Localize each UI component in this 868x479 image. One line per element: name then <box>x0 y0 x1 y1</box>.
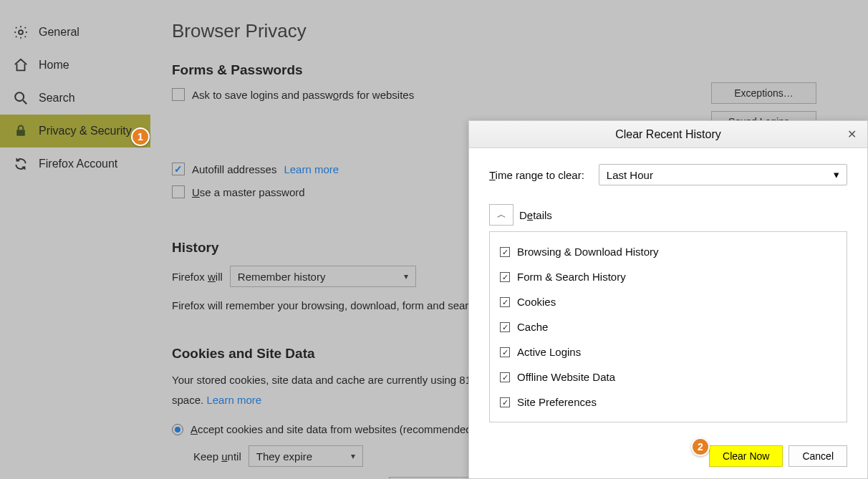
cookies-learn-more-link[interactable]: Learn more <box>206 394 261 406</box>
accept-cookies-label: Accept cookies and site data from websit… <box>191 423 472 435</box>
details-item-cache[interactable]: Cache <box>500 314 836 339</box>
sidebar-item-general[interactable]: General <box>0 16 150 49</box>
checkbox-offline-website-data[interactable] <box>500 372 510 382</box>
sidebar-item-label: Search <box>39 92 75 105</box>
history-mode-select[interactable]: Remember history <box>230 266 416 287</box>
details-list: Browsing & Download History Form & Searc… <box>489 231 847 422</box>
section-forms-passwords-heading: Forms & Passwords <box>172 62 868 78</box>
sidebar-item-label: General <box>39 26 79 39</box>
svg-rect-3 <box>16 130 25 135</box>
details-item-form-search[interactable]: Form & Search History <box>500 264 836 289</box>
cancel-button[interactable]: Cancel <box>789 445 847 467</box>
dialog-header: Clear Recent History ✕ <box>469 121 867 148</box>
sidebar-item-privacy-security[interactable]: Privacy & Security <box>0 115 150 147</box>
svg-point-1 <box>15 92 24 101</box>
checkbox-form-search[interactable] <box>500 272 510 282</box>
checkbox-autofill-addresses[interactable] <box>172 163 185 175</box>
checkbox-cookies[interactable] <box>500 297 510 307</box>
sidebar-item-label: Home <box>39 59 69 72</box>
lock-icon <box>13 123 29 139</box>
checkbox-ask-save-logins[interactable] <box>172 88 185 101</box>
details-item-active-logins[interactable]: Active Logins <box>500 339 836 364</box>
details-item-offline-website-data[interactable]: Offline Website Data <box>500 364 836 390</box>
details-item-browsing-download[interactable]: Browsing & Download History <box>500 239 836 264</box>
history-firefox-will-label: Firefox will <box>172 271 223 283</box>
checkbox-active-logins[interactable] <box>500 347 510 357</box>
keep-until-label: Keep until <box>193 450 241 463</box>
checkbox-site-preferences[interactable] <box>500 397 510 407</box>
radio-accept-cookies[interactable] <box>172 424 183 435</box>
close-icon[interactable]: ✕ <box>844 127 859 141</box>
clear-history-dialog: Clear Recent History ✕ Time range to cle… <box>468 120 868 479</box>
gear-icon <box>13 24 29 40</box>
dialog-title: Clear Recent History <box>615 128 721 141</box>
details-toggle[interactable]: ︿ <box>489 204 513 226</box>
time-range-select[interactable]: Last Hour ▾ <box>599 164 847 185</box>
autofill-addresses-label: Autofill addresses <box>192 163 276 175</box>
svg-point-0 <box>19 30 23 34</box>
sidebar: General Home Search Privacy & Security F… <box>0 0 150 479</box>
ask-save-logins-label: Ask to save logins and passwords for web… <box>192 89 414 101</box>
sidebar-item-label: Privacy & Security <box>39 125 132 137</box>
details-item-site-preferences[interactable]: Site Preferences <box>500 390 836 415</box>
time-range-label: Time range to clear: <box>489 169 584 181</box>
keep-until-select[interactable]: They expire <box>249 445 363 467</box>
sidebar-item-search[interactable]: Search <box>0 82 150 115</box>
clear-now-button[interactable]: Clear Now <box>709 445 783 467</box>
annotation-dot-2: 2 <box>691 437 710 456</box>
sync-icon <box>13 156 29 172</box>
home-icon <box>13 57 29 73</box>
chevron-down-icon: ▾ <box>834 168 839 181</box>
checkbox-master-password[interactable] <box>172 185 185 198</box>
details-item-cookies[interactable]: Cookies <box>500 289 836 314</box>
sidebar-item-label: Firefox Account <box>39 158 117 170</box>
search-icon <box>13 90 29 106</box>
autofill-learn-more-link[interactable]: Learn more <box>284 163 339 175</box>
chevron-up-icon: ︿ <box>497 208 506 221</box>
annotation-dot-1: 1 <box>131 127 150 146</box>
checkbox-cache[interactable] <box>500 322 510 332</box>
exceptions-button[interactable]: Exceptions… <box>711 82 816 104</box>
details-label: Details <box>519 209 552 221</box>
master-password-label: Use a master password <box>192 186 305 198</box>
sidebar-item-firefox-account[interactable]: Firefox Account <box>0 147 150 180</box>
svg-line-2 <box>23 100 26 104</box>
sidebar-item-home[interactable]: Home <box>0 49 150 82</box>
checkbox-browsing-download[interactable] <box>500 247 510 257</box>
page-title: Browser Privacy <box>172 20 868 42</box>
